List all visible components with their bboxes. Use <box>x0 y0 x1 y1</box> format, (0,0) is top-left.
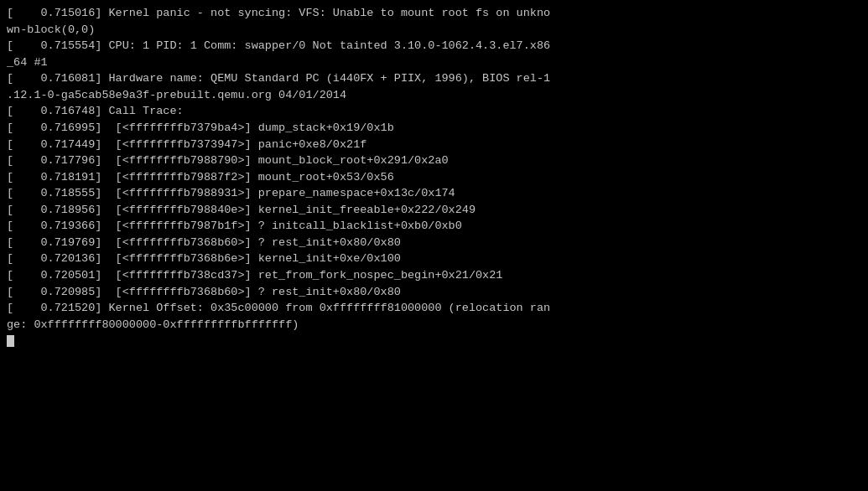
terminal-cursor <box>7 335 14 347</box>
terminal-output: [ 0.715016] Kernel panic - not syncing: … <box>0 0 868 491</box>
